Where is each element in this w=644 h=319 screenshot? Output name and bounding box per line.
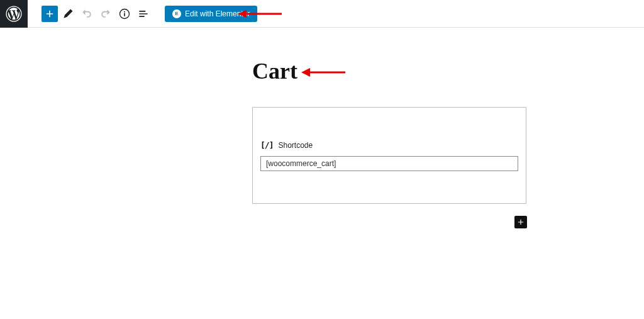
list-view-icon xyxy=(137,8,150,20)
shortcode-input[interactable] xyxy=(260,156,518,171)
redo-button[interactable] xyxy=(97,5,114,23)
page-title[interactable]: Cart xyxy=(252,58,297,84)
block-inserter-button[interactable] xyxy=(42,6,58,22)
svg-marker-7 xyxy=(301,68,310,77)
shortcode-icon: [/] xyxy=(260,140,273,150)
svg-point-2 xyxy=(124,11,125,12)
tools-button[interactable] xyxy=(59,5,77,23)
elementor-badge-icon: E xyxy=(172,9,181,18)
plus-icon xyxy=(44,8,55,20)
svg-marker-5 xyxy=(238,10,247,18)
block-header: [/] Shortcode xyxy=(260,140,518,150)
wordpress-icon xyxy=(6,6,22,22)
svg-rect-3 xyxy=(124,13,125,16)
info-icon xyxy=(118,8,131,20)
plus-icon xyxy=(516,218,525,227)
shortcode-block[interactable]: [/] Shortcode xyxy=(252,107,526,204)
undo-button[interactable] xyxy=(78,5,96,23)
wordpress-logo[interactable] xyxy=(0,0,28,28)
outline-button[interactable] xyxy=(135,5,152,23)
append-block-button[interactable] xyxy=(514,216,527,228)
redo-icon xyxy=(99,8,112,20)
shortcode-label: Shortcode xyxy=(278,141,313,150)
editor-content: Cart xyxy=(0,28,644,84)
undo-icon xyxy=(80,8,93,20)
editor-toolbar: E Edit with Elementor xyxy=(0,0,644,28)
annotation-arrow-title xyxy=(301,67,345,78)
annotation-arrow-elementor xyxy=(238,9,282,19)
toolbar-actions: E Edit with Elementor xyxy=(36,5,262,23)
details-button[interactable] xyxy=(116,5,133,23)
pencil-icon xyxy=(62,8,74,20)
